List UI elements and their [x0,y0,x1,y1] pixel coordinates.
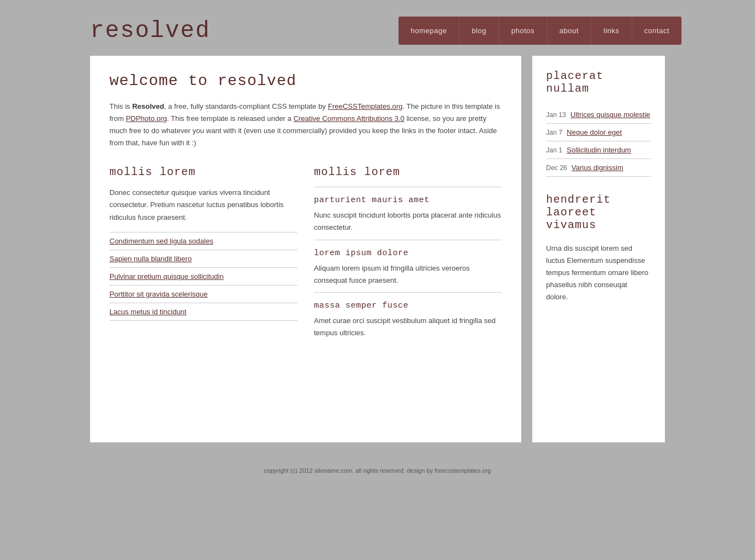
news-item-3: Dec 26 Varius dignissim [546,159,651,177]
article-1-subtitle: lorem ipsum dolore [314,249,502,258]
intro-paragraph: This is Resolved, a free, fully standard… [109,101,502,149]
list-item: Condimentum sed ligula sodales [109,232,297,250]
col-left-link-4[interactable]: Lacus metus id tincidunt [109,308,186,316]
col-left-link-1[interactable]: Sapien nulla blandit libero [109,255,192,263]
list-item: Pulvinar pretium quisque sollicitudin [109,268,297,286]
list-item: Lacus metus id tincidunt [109,303,297,321]
news-link-3[interactable]: Varius dignissim [572,163,623,172]
news-date-1: Jan 7 [546,129,562,136]
intro-text-2: , a free, fully standards-compliant CSS … [164,102,328,110]
main-content: welcome to resolved This is Resolved, a … [90,56,521,442]
article-1: lorem ipsum dolore Aliquam lorem ipsum i… [314,240,502,287]
nav-photos[interactable]: photos [499,17,547,45]
list-item: Sapien nulla blandit libero [109,250,297,268]
nav-links[interactable]: links [591,17,632,45]
intro-text-4: . This free template is released under a [167,114,293,123]
article-1-body: Aliquam lorem ipsum id fringilla ultrici… [314,262,502,287]
freecss-link[interactable]: FreeCSSTemplates.org [328,102,402,110]
col-left-body: Donec consectetur quisque varius viverra… [109,187,297,223]
col-left-links: Condimentum sed ligula sodales Sapien nu… [109,232,297,321]
col-left-link-3[interactable]: Porttitor sit gravida scelerisque [109,290,208,298]
left-column: mollis lorem Donec consectetur quisque v… [109,166,297,345]
sidebar-news-title: placerat nullam [546,70,651,95]
nav-blog[interactable]: blog [459,17,499,45]
news-item-1: Jan 7 Neque dolor eget [546,124,651,141]
main-nav: homepage blog photos about links contact [399,17,681,45]
news-link-2[interactable]: Sollicitudin interdum [567,146,631,154]
article-0-body: Nunc suscipit tincidunt lobortis porta p… [314,209,502,234]
sidebar-widget: hendrerit laoreet vivamus Urna dis susci… [546,193,651,303]
list-item: Porttitor sit gravida scelerisque [109,286,297,303]
nav-homepage[interactable]: homepage [399,17,459,45]
col-left-link-2[interactable]: Pulvinar pretium quisque sollicitudin [109,272,224,281]
welcome-title: welcome to resolved [109,72,502,89]
nav-contact[interactable]: contact [632,17,681,45]
article-2-body: Amet curae orci suscipit vestibulum aliq… [314,315,502,339]
article-0-subtitle: parturient mauris amet [314,196,502,205]
news-link-0[interactable]: Ultrices quisque molestie [570,110,651,119]
news-item-0: Jan 13 Ultrices quisque molestie [546,106,651,124]
article-0: parturient mauris amet Nunc suscipit tin… [314,187,502,234]
intro-text-1: This is [109,102,132,110]
col-left-title: mollis lorem [109,166,297,178]
intro-bold: Resolved [132,102,164,110]
article-2-subtitle: massa semper fusce [314,301,502,310]
footer-text: copyright (c) 2012 sitename.com. all rig… [8,467,747,474]
nav-about[interactable]: about [547,17,591,45]
news-date-3: Dec 26 [546,164,567,172]
news-date-0: Jan 13 [546,111,566,119]
footer: copyright (c) 2012 sitename.com. all rig… [0,459,755,482]
sidebar-widget-title: hendrerit laoreet vivamus [546,193,651,231]
article-2: massa semper fusce Amet curae orci susci… [314,292,502,339]
site-title: resolved [74,18,399,44]
sidebar: placerat nullam Jan 13 Ultrices quisque … [532,56,665,442]
sidebar-news-list: Jan 13 Ultrices quisque molestie Jan 7 N… [546,106,651,177]
pdphoto-link[interactable]: PDPhoto.org [126,114,167,123]
two-column-section: mollis lorem Donec consectetur quisque v… [109,166,502,345]
col-left-link-0[interactable]: Condimentum sed ligula sodales [109,237,213,245]
sidebar-widget-body: Urna dis suscipit lorem sed luctus Eleme… [546,242,651,303]
cc-link[interactable]: Creative Commons Attributions 3.0 [293,114,405,123]
col-right-title: mollis lorem [314,166,502,178]
right-column: mollis lorem parturient mauris amet Nunc… [314,166,502,345]
news-date-2: Jan 1 [546,146,562,154]
news-link-1[interactable]: Neque dolor eget [567,128,622,136]
news-item-2: Jan 1 Sollicitudin interdum [546,141,651,159]
